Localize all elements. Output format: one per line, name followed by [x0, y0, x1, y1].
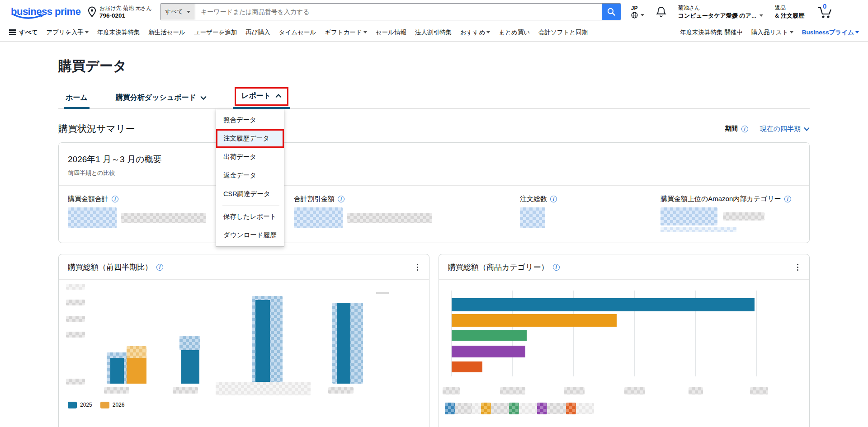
language-selector[interactable]: JP: [631, 5, 644, 19]
nav-item-yearend-open[interactable]: 年度末決算特集 開催中: [680, 28, 743, 37]
redacted-value: [520, 207, 545, 228]
nav-item-apps[interactable]: アプリを入手: [46, 28, 88, 37]
nav-item-sale-info[interactable]: セール情報: [376, 28, 406, 37]
location-pin-icon: [88, 6, 96, 18]
info-icon[interactable]: [784, 196, 791, 202]
menu-item-download-history[interactable]: ダウンロード履歴: [216, 226, 284, 244]
hbar-category-1: [452, 298, 755, 311]
metric-total-purchase-amount: 購買金額合計: [68, 195, 206, 228]
nav-item-yearend[interactable]: 年度末決算特集: [97, 28, 140, 37]
returns-line2: & 注文履歴: [775, 12, 804, 20]
menu-separator: [222, 206, 279, 206]
metric-total-orders: 注文総数: [520, 195, 557, 228]
redacted-value: [121, 213, 206, 223]
hbar-category-5: [452, 361, 482, 372]
nav-all-menu[interactable]: すべて: [9, 28, 38, 37]
horizontal-bar-chart: [439, 280, 809, 387]
nav-item-giftcard[interactable]: ギフトカード: [325, 28, 367, 37]
delivery-address[interactable]: お届け先 菊池 元さん 796-0201: [88, 5, 152, 19]
redacted-axis-label: [66, 316, 85, 322]
chevron-down-icon: [641, 14, 644, 18]
chevron-down-icon: [85, 31, 89, 35]
menu-item-refund-data[interactable]: 返金データ: [216, 166, 284, 185]
info-icon[interactable]: [156, 264, 163, 271]
info-icon[interactable]: [553, 264, 560, 271]
menu-item-order-history-data[interactable]: 注文履歴データ: [216, 129, 284, 148]
nav-item-bulk-buy[interactable]: まとめ買い: [499, 28, 530, 37]
redacted-axis-label: [66, 284, 85, 290]
search-category-dropdown[interactable]: すべて: [160, 4, 195, 20]
info-icon[interactable]: [550, 196, 557, 202]
search-bar: すべて: [160, 3, 621, 20]
account-menu[interactable]: 菊池さん コンピュータケア愛媛 のア...: [678, 4, 763, 20]
nav-item-timesale[interactable]: タイムセール: [279, 28, 316, 37]
legend-swatch-orange: [100, 402, 109, 408]
redacted-value: [660, 207, 717, 225]
search-icon: [607, 7, 616, 16]
tab-purchase-analytics-dashboard[interactable]: 購買分析ダッシュボード: [114, 93, 208, 108]
chevron-down-icon: [855, 31, 859, 35]
tab-home[interactable]: ホーム: [64, 93, 90, 108]
menu-item-shipment-data[interactable]: 出荷データ: [216, 148, 284, 166]
amazon-smile-icon: [13, 14, 46, 22]
hbar-category-4: [452, 346, 525, 357]
page-title: 購買データ: [58, 57, 810, 75]
main-nav: すべて アプリを入手 年度末決算特集 新生活セール ユーザーを追加 再び購入 タ…: [0, 23, 868, 42]
redacted-axis-label: [564, 387, 585, 394]
bar-2025-q3: [255, 300, 270, 384]
redacted-axis-label: [66, 379, 85, 385]
returns-line1: 返品: [775, 4, 804, 12]
header-right: JP 菊池さん コンピュータケア愛媛 のア... 返品 &: [631, 4, 835, 20]
info-icon[interactable]: [741, 126, 748, 132]
nav-item-business-prime[interactable]: Businessプライム: [802, 28, 859, 37]
kebab-menu-icon[interactable]: [415, 262, 420, 273]
nav-item-newlife-sale[interactable]: 新生活セール: [148, 28, 185, 37]
bar-2025-q4: [337, 303, 350, 384]
nav-item-recommended[interactable]: おすすめ: [460, 28, 490, 37]
redacted-bar-overlay: [179, 336, 200, 350]
chevron-down-icon: [363, 31, 367, 35]
summary-card-subtitle: 前四半期との比較: [68, 169, 800, 177]
tab-reports[interactable]: レポート: [233, 87, 290, 108]
nav-item-accounting-sync[interactable]: 会計ソフトと同期: [538, 28, 588, 37]
redacted-axis-label: [66, 300, 85, 305]
search-category-label: すべて: [165, 8, 183, 16]
chart-title: 購買総額（商品カテゴリー）: [448, 262, 549, 272]
info-icon[interactable]: [112, 196, 118, 202]
bar-2025-q1: [110, 358, 124, 384]
returns-orders[interactable]: 返品 & 注文履歴: [775, 4, 804, 20]
redacted-legend-strip: [445, 403, 594, 414]
nav-item-purchase-list[interactable]: 購入品リスト: [751, 28, 793, 37]
menu-item-reconciliation-data[interactable]: 照合データ: [216, 111, 284, 129]
notifications-bell-icon[interactable]: [656, 6, 666, 18]
hbar-category-3: [452, 330, 527, 341]
cart-button[interactable]: 0: [816, 4, 835, 20]
redacted-axis-label: [500, 387, 525, 394]
business-prime-logo[interactable]: business prime: [11, 6, 80, 18]
nav-item-buy-again[interactable]: 再び購入: [245, 28, 270, 37]
grouped-bar-chart: [59, 280, 429, 398]
period-selector[interactable]: 現在の四半期: [760, 125, 810, 133]
search-button[interactable]: [602, 4, 621, 20]
menu-item-csr-procurement-data[interactable]: CSR調達データ: [216, 185, 284, 203]
chart-legend: 2025 2026: [59, 398, 429, 408]
account-greeting: 菊池さん: [678, 4, 763, 12]
red-highlight-box: レポート: [235, 87, 288, 106]
language-code: JP: [631, 5, 644, 11]
search-input[interactable]: [195, 4, 602, 20]
redacted-value: [294, 207, 343, 228]
chevron-down-icon: [790, 31, 793, 35]
nav-item-add-user[interactable]: ユーザーを追加: [194, 28, 237, 37]
nav-all-label: すべて: [19, 28, 38, 37]
kebab-menu-icon[interactable]: [795, 262, 801, 273]
nav-item-corporate-discount[interactable]: 法人割引特集: [415, 28, 452, 37]
chevron-down-icon: [200, 96, 207, 100]
divider: [59, 185, 809, 186]
reports-dropdown-menu: 照合データ 注文履歴データ 出荷データ 返金データ CSR調達データ 保存したレ…: [216, 109, 284, 247]
menu-item-saved-reports[interactable]: 保存したレポート: [216, 207, 284, 226]
redacted-overlay: [216, 382, 311, 395]
chart-card-quarter-comparison: 購買総額（前四半期比）: [58, 254, 429, 427]
chart-card-product-category: 購買総額（商品カテゴリー）: [439, 254, 810, 427]
period-label: 期間: [725, 125, 738, 133]
info-icon[interactable]: [338, 196, 344, 202]
